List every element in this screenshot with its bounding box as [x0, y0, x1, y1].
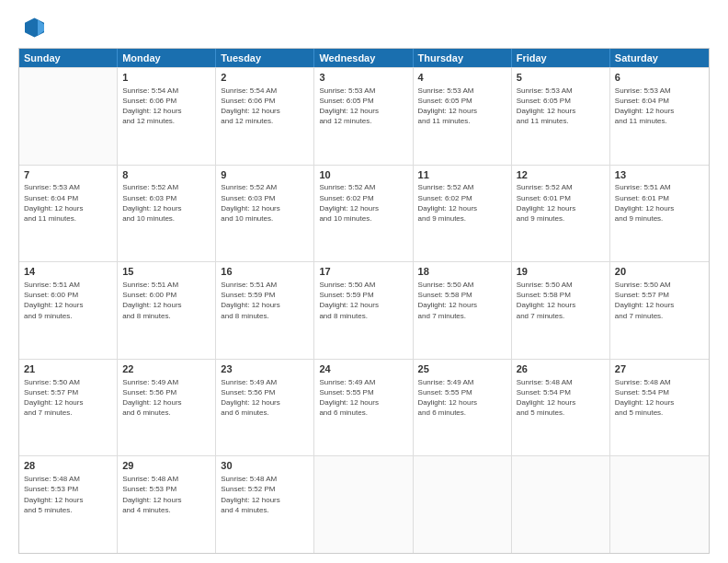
day-number: 3 — [319, 71, 407, 85]
cal-cell: 15Sunrise: 5:51 AMSunset: 6:00 PMDayligh… — [118, 262, 216, 359]
cell-info: Sunrise: 5:52 AMSunset: 6:02 PMDaylight:… — [418, 182, 506, 224]
cell-info: Sunrise: 5:51 AMSunset: 6:01 PMDaylight:… — [615, 182, 704, 224]
cal-cell: 27Sunrise: 5:48 AMSunset: 5:54 PMDayligh… — [610, 360, 709, 456]
cell-info: Sunrise: 5:51 AMSunset: 6:00 PMDaylight:… — [24, 280, 112, 321]
cell-info: Sunrise: 5:50 AMSunset: 5:59 PMDaylight:… — [319, 280, 407, 321]
cell-info: Sunrise: 5:53 AMSunset: 6:05 PMDaylight:… — [319, 86, 407, 127]
col-header-tuesday: Tuesday — [216, 49, 314, 67]
cell-info: Sunrise: 5:54 AMSunset: 6:06 PMDaylight:… — [122, 86, 210, 127]
cell-info: Sunrise: 5:48 AMSunset: 5:52 PMDaylight:… — [221, 474, 309, 515]
day-number: 5 — [517, 71, 605, 85]
logo — [18, 15, 48, 40]
day-number: 29 — [122, 459, 210, 473]
cal-cell: 9Sunrise: 5:52 AMSunset: 6:03 PMDaylight… — [216, 166, 314, 262]
day-number: 10 — [319, 168, 407, 182]
cal-cell: 23Sunrise: 5:49 AMSunset: 5:56 PMDayligh… — [216, 360, 314, 456]
cal-cell: 10Sunrise: 5:52 AMSunset: 6:02 PMDayligh… — [314, 166, 413, 262]
day-number: 11 — [418, 168, 506, 182]
calendar-body: 1Sunrise: 5:54 AMSunset: 6:06 PMDaylight… — [19, 67, 709, 553]
header — [18, 15, 710, 40]
day-number: 14 — [24, 265, 112, 279]
week-row-1: 1Sunrise: 5:54 AMSunset: 6:06 PMDaylight… — [19, 67, 709, 165]
day-number: 9 — [221, 168, 309, 182]
cal-cell: 5Sunrise: 5:53 AMSunset: 6:05 PMDaylight… — [512, 68, 610, 165]
cell-info: Sunrise: 5:49 AMSunset: 5:55 PMDaylight:… — [319, 377, 407, 419]
cell-info: Sunrise: 5:51 AMSunset: 6:00 PMDaylight:… — [122, 280, 210, 321]
day-number: 26 — [517, 362, 605, 376]
cell-info: Sunrise: 5:48 AMSunset: 5:54 PMDaylight:… — [615, 377, 704, 419]
day-number: 25 — [418, 362, 506, 376]
cal-cell: 4Sunrise: 5:53 AMSunset: 6:05 PMDaylight… — [414, 68, 512, 165]
col-header-friday: Friday — [512, 49, 610, 67]
col-header-monday: Monday — [118, 49, 216, 67]
cal-cell — [314, 456, 413, 553]
day-number: 16 — [221, 265, 309, 279]
cell-info: Sunrise: 5:48 AMSunset: 5:54 PMDaylight:… — [517, 377, 605, 419]
cell-info: Sunrise: 5:52 AMSunset: 6:02 PMDaylight:… — [319, 182, 407, 224]
cell-info: Sunrise: 5:50 AMSunset: 5:57 PMDaylight:… — [24, 377, 112, 419]
page: SundayMondayTuesdayWednesdayThursdayFrid… — [0, 0, 728, 563]
cell-info: Sunrise: 5:53 AMSunset: 6:05 PMDaylight:… — [418, 86, 506, 127]
cell-info: Sunrise: 5:53 AMSunset: 6:04 PMDaylight:… — [615, 86, 704, 127]
day-number: 17 — [319, 265, 407, 279]
cal-cell: 24Sunrise: 5:49 AMSunset: 5:55 PMDayligh… — [314, 360, 413, 456]
cal-cell: 7Sunrise: 5:53 AMSunset: 6:04 PMDaylight… — [19, 166, 118, 262]
cal-cell: 2Sunrise: 5:54 AMSunset: 6:06 PMDaylight… — [216, 68, 314, 165]
day-number: 4 — [418, 71, 506, 85]
cal-cell — [414, 456, 512, 553]
day-number: 7 — [24, 168, 112, 182]
cal-cell: 21Sunrise: 5:50 AMSunset: 5:57 PMDayligh… — [19, 360, 118, 456]
cal-cell: 30Sunrise: 5:48 AMSunset: 5:52 PMDayligh… — [216, 456, 314, 553]
day-number: 20 — [615, 265, 704, 279]
cal-cell: 3Sunrise: 5:53 AMSunset: 6:05 PMDaylight… — [314, 68, 413, 165]
cal-cell: 6Sunrise: 5:53 AMSunset: 6:04 PMDaylight… — [610, 68, 709, 165]
cell-info: Sunrise: 5:53 AMSunset: 6:04 PMDaylight:… — [24, 182, 112, 224]
day-number: 13 — [615, 168, 704, 182]
svg-marker-1 — [38, 19, 44, 36]
cell-info: Sunrise: 5:52 AMSunset: 6:03 PMDaylight:… — [122, 182, 210, 224]
cell-info: Sunrise: 5:50 AMSunset: 5:58 PMDaylight:… — [517, 280, 605, 321]
cal-cell: 20Sunrise: 5:50 AMSunset: 5:57 PMDayligh… — [610, 262, 709, 359]
day-number: 27 — [615, 362, 704, 376]
cal-cell: 13Sunrise: 5:51 AMSunset: 6:01 PMDayligh… — [610, 166, 709, 262]
cal-cell — [610, 456, 709, 553]
cell-info: Sunrise: 5:50 AMSunset: 5:57 PMDaylight:… — [615, 280, 704, 321]
cal-cell — [512, 456, 610, 553]
cal-cell: 25Sunrise: 5:49 AMSunset: 5:55 PMDayligh… — [414, 360, 512, 456]
calendar-header-row: SundayMondayTuesdayWednesdayThursdayFrid… — [19, 49, 709, 67]
col-header-thursday: Thursday — [414, 49, 512, 67]
week-row-3: 14Sunrise: 5:51 AMSunset: 6:00 PMDayligh… — [19, 261, 709, 359]
cell-info: Sunrise: 5:49 AMSunset: 5:55 PMDaylight:… — [418, 377, 506, 419]
day-number: 8 — [122, 168, 210, 182]
col-header-wednesday: Wednesday — [314, 49, 413, 67]
logo-icon — [18, 15, 44, 40]
cell-info: Sunrise: 5:52 AMSunset: 6:01 PMDaylight:… — [517, 182, 605, 224]
cal-cell: 17Sunrise: 5:50 AMSunset: 5:59 PMDayligh… — [314, 262, 413, 359]
day-number: 30 — [221, 459, 309, 473]
cal-cell: 8Sunrise: 5:52 AMSunset: 6:03 PMDaylight… — [118, 166, 216, 262]
cal-cell: 18Sunrise: 5:50 AMSunset: 5:58 PMDayligh… — [414, 262, 512, 359]
day-number: 6 — [615, 71, 704, 85]
cal-cell: 29Sunrise: 5:48 AMSunset: 5:53 PMDayligh… — [118, 456, 216, 553]
cal-cell: 19Sunrise: 5:50 AMSunset: 5:58 PMDayligh… — [512, 262, 610, 359]
cal-cell: 28Sunrise: 5:48 AMSunset: 5:53 PMDayligh… — [19, 456, 118, 553]
cal-cell: 12Sunrise: 5:52 AMSunset: 6:01 PMDayligh… — [512, 166, 610, 262]
day-number: 21 — [24, 362, 112, 376]
day-number: 15 — [122, 265, 210, 279]
cal-cell: 16Sunrise: 5:51 AMSunset: 5:59 PMDayligh… — [216, 262, 314, 359]
cell-info: Sunrise: 5:49 AMSunset: 5:56 PMDaylight:… — [221, 377, 309, 419]
col-header-sunday: Sunday — [19, 49, 118, 67]
cell-info: Sunrise: 5:52 AMSunset: 6:03 PMDaylight:… — [221, 182, 309, 224]
cal-cell: 22Sunrise: 5:49 AMSunset: 5:56 PMDayligh… — [118, 360, 216, 456]
day-number: 1 — [122, 71, 210, 85]
cell-info: Sunrise: 5:54 AMSunset: 6:06 PMDaylight:… — [221, 86, 309, 127]
cell-info: Sunrise: 5:50 AMSunset: 5:58 PMDaylight:… — [418, 280, 506, 321]
day-number: 24 — [319, 362, 407, 376]
cal-cell: 11Sunrise: 5:52 AMSunset: 6:02 PMDayligh… — [414, 166, 512, 262]
day-number: 28 — [24, 459, 112, 473]
calendar: SundayMondayTuesdayWednesdayThursdayFrid… — [18, 48, 710, 554]
cal-cell — [19, 68, 118, 165]
week-row-4: 21Sunrise: 5:50 AMSunset: 5:57 PMDayligh… — [19, 359, 709, 456]
day-number: 19 — [517, 265, 605, 279]
day-number: 2 — [221, 71, 309, 85]
